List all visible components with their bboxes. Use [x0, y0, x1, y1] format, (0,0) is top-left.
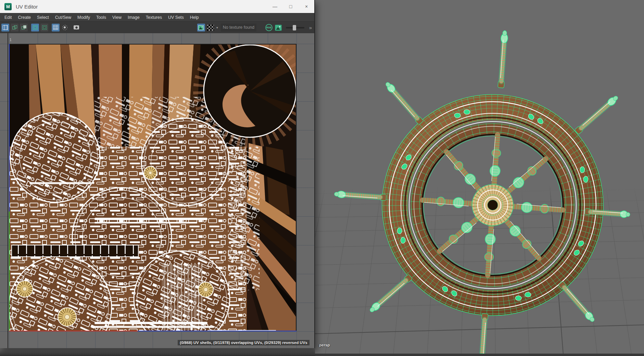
menu-image[interactable]: Image [125, 13, 143, 22]
shade-uv-shells-icon[interactable] [20, 24, 28, 31]
viewport-scene [315, 0, 644, 354]
perspective-viewport[interactable]: persp [315, 0, 644, 354]
uv-snapshot-icon[interactable] [72, 24, 80, 31]
menu-bar: Edit Create Select Cut/Sew Modify Tools … [0, 13, 314, 21]
copy-uv-shell-icon[interactable] [11, 24, 18, 31]
shell-borders-icon[interactable] [40, 24, 48, 31]
maximize-button[interactable]: □ [283, 0, 299, 13]
slider-handle[interactable] [293, 25, 296, 30]
menu-help[interactable]: Help [187, 13, 202, 22]
checker-tiles-icon[interactable] [207, 25, 214, 31]
window-title: UV Editor [16, 4, 38, 10]
menu-edit[interactable]: Edit [1, 13, 15, 22]
panel-expand-icon[interactable]: » [309, 25, 312, 30]
camera-label: persp [319, 343, 330, 347]
uv-canvas[interactable]: 1 [0, 33, 314, 348]
close-button[interactable]: × [299, 0, 314, 13]
shell-circle-A [10, 113, 100, 202]
menu-textures[interactable]: Textures [143, 13, 165, 22]
image-ratio-icon[interactable] [275, 25, 282, 31]
menu-uv-sets[interactable]: UV Sets [165, 13, 187, 22]
title-bar[interactable]: M UV Editor — □ × [0, 0, 314, 13]
wheel-hub [472, 185, 513, 226]
main-window-footer [0, 348, 315, 356]
menu-tools[interactable]: Tools [93, 13, 109, 22]
pixel-snap-icon[interactable] [61, 24, 69, 31]
uv-status-readout: (0/868) UV shells, (0/11978) overlapping… [178, 340, 310, 345]
minimize-button[interactable]: — [267, 0, 283, 13]
display-image-icon[interactable] [197, 24, 205, 31]
menu-modify[interactable]: Modify [74, 13, 93, 22]
uv-tile-layout-icon[interactable] [1, 24, 9, 31]
menu-view[interactable]: View [109, 13, 125, 22]
menu-select[interactable]: Select [34, 13, 52, 22]
texture-borders-icon[interactable] [31, 24, 39, 31]
menu-cut-sew[interactable]: Cut/Sew [52, 13, 74, 22]
uv-editor-window: M UV Editor — □ × Edit Create Select Cut… [0, 0, 315, 348]
menu-create[interactable]: Create [15, 13, 34, 22]
texture-dropdown-caret-icon[interactable]: ▾ [216, 26, 218, 29]
texture-name-field[interactable]: No texture found [221, 24, 256, 31]
v-tick-label-1: 1 [10, 38, 12, 42]
rgb-channels-icon[interactable]: RGB [265, 24, 273, 31]
uv-texture-tile[interactable] [9, 44, 296, 331]
shell-circle-B [141, 118, 229, 206]
pixel-grid-icon[interactable] [52, 24, 60, 31]
uv-toolbar: ▾ No texture found RGB » [0, 21, 314, 33]
maya-workspace: persp M UV Editor — □ × Edit Create Sele… [0, 0, 644, 356]
u0-axis-guide [8, 33, 8, 348]
maya-app-icon: M [4, 3, 12, 10]
exposure-slider[interactable] [286, 27, 304, 28]
viewport-bottom-edge [315, 354, 644, 356]
